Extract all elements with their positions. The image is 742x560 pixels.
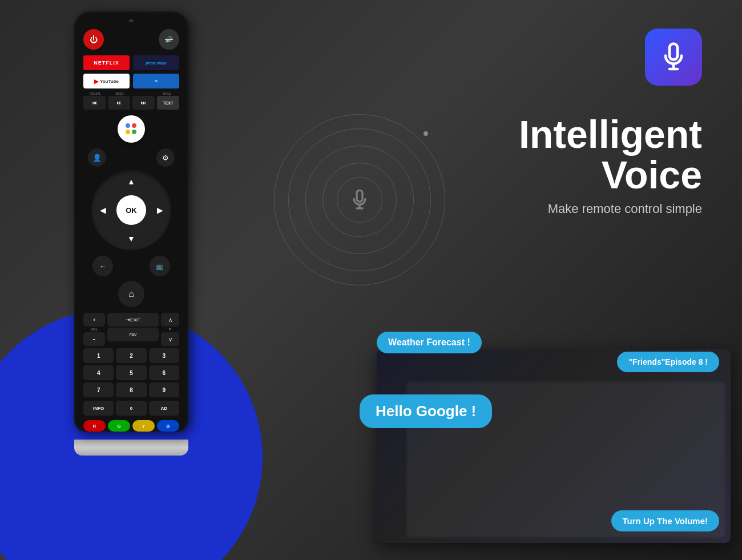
profile-settings-row: 👤 ⚙: [83, 148, 179, 167]
blue-button[interactable]: B: [157, 420, 179, 432]
remote-control: ⏻ 🔊 NETFLIX prime video ▶ YouTube ≡: [74, 11, 200, 456]
ok-button[interactable]: OK: [116, 195, 146, 225]
volume-down-button[interactable]: −: [83, 332, 105, 346]
bubble-friends: "Friends"Episode 8 !: [617, 352, 719, 372]
fav-button[interactable]: FAV: [107, 328, 159, 341]
num7-button[interactable]: 7: [83, 382, 114, 397]
volume-up-button[interactable]: +: [83, 313, 105, 327]
fast-forward-button[interactable]: ⏭: [132, 96, 155, 110]
remote-body: ⏻ 🔊 NETFLIX prime video ▶ YouTube ≡: [74, 11, 188, 432]
info-button[interactable]: INFO: [83, 401, 114, 416]
chat-bubbles: Weather Forecast ! "Friends"Episode 8 ! …: [360, 320, 725, 537]
title-voice: Voice: [519, 155, 702, 195]
exit-fav-controls: ⇥ EXIT FAV: [107, 313, 159, 346]
mute-button[interactable]: 🔊: [159, 29, 179, 50]
p-label: P: [169, 328, 171, 331]
label-row: REVEAL INDEX HOLD: [83, 92, 179, 95]
exit-button[interactable]: ⇥ EXIT: [107, 313, 159, 327]
play-pause-button[interactable]: ⏯: [108, 96, 130, 110]
subtitle: Make remote control simple: [519, 202, 702, 216]
ad-button[interactable]: AD: [149, 401, 179, 416]
num8-button[interactable]: 8: [116, 382, 146, 397]
volume-controls: + VOL −: [83, 313, 105, 346]
num2-button[interactable]: 2: [116, 348, 146, 363]
vol-label: VOL: [91, 328, 98, 331]
dpad-down-button[interactable]: ▼: [124, 232, 138, 245]
channel-controls: ∧ P ∨: [161, 313, 179, 346]
green-button[interactable]: G: [108, 420, 130, 432]
blue-app-button[interactable]: ≡: [133, 74, 179, 88]
power-button[interactable]: ⏻: [83, 29, 104, 50]
bubble-weather: Weather Forecast !: [377, 332, 482, 353]
num5-button[interactable]: 5: [116, 365, 146, 380]
red-button[interactable]: R: [83, 420, 106, 432]
vol-exit-p-section: + VOL − ⇥ EXIT FAV ∧ P ∨: [83, 313, 179, 346]
num9-button[interactable]: 9: [149, 382, 179, 397]
google-dots-icon: [126, 123, 137, 135]
number-pad: 1 2 3 4 5 6 7 8 9: [83, 348, 179, 397]
top-buttons-row: ⏻ 🔊: [83, 29, 179, 50]
dpad-right-button[interactable]: ▶: [153, 203, 167, 217]
remote-base: [74, 440, 188, 456]
num4-button[interactable]: 4: [83, 365, 114, 380]
sonic-dot: [424, 131, 428, 136]
num6-button[interactable]: 6: [149, 365, 179, 380]
dpad: ▲ ▼ ◀ ▶ OK: [91, 170, 171, 250]
back-button[interactable]: ←: [92, 256, 113, 276]
title-block: Intelligent Voice Make remote control si…: [519, 114, 702, 216]
bubble-volume: Turn Up The Volume!: [611, 510, 719, 531]
streaming-buttons-row1: NETFLIX prime video: [83, 55, 179, 70]
dpad-up-button[interactable]: ▲: [124, 175, 138, 188]
profile-button[interactable]: 👤: [88, 148, 106, 167]
prime-video-button[interactable]: prime video: [133, 55, 179, 70]
youtube-button[interactable]: ▶ YouTube: [83, 74, 130, 88]
streaming-buttons-row2: ▶ YouTube ≡: [83, 74, 179, 88]
info-zero-ad-row: INFO 0 AD: [83, 401, 179, 416]
sonic-mic-icon: [345, 186, 374, 214]
settings-button[interactable]: ⚙: [156, 148, 175, 167]
title-intelligent: Intelligent: [519, 114, 702, 155]
color-buttons-row: R G Y B: [83, 420, 179, 432]
exit-icon: ⇥: [126, 317, 130, 323]
right-content: Intelligent Voice Make remote control si…: [245, 0, 742, 560]
zero-button[interactable]: 0: [116, 401, 146, 416]
mic-badge: [645, 29, 702, 86]
num3-button[interactable]: 3: [149, 348, 179, 363]
microphone-icon: [658, 41, 689, 73]
channel-down-button[interactable]: ∨: [161, 332, 179, 346]
media-controls-row: ⏮ ⏯ ⏭ TEXT: [83, 96, 179, 110]
camera-dot: [129, 19, 134, 22]
netflix-button[interactable]: NETFLIX: [83, 55, 130, 70]
google-assistant-button[interactable]: [118, 115, 145, 143]
back-tv-row: ← 📺: [83, 256, 179, 276]
home-button[interactable]: ⌂: [118, 281, 144, 307]
text-button[interactable]: TEXT: [157, 96, 179, 110]
rewind-button[interactable]: ⏮: [83, 96, 106, 110]
bubble-hello: Hello Google !: [360, 394, 492, 428]
num1-button[interactable]: 1: [83, 348, 114, 363]
sonic-animation: [274, 114, 445, 285]
tv-button[interactable]: 📺: [150, 256, 170, 276]
dpad-left-button[interactable]: ◀: [96, 203, 110, 217]
yellow-button[interactable]: Y: [132, 420, 155, 432]
channel-up-button[interactable]: ∧: [161, 313, 179, 327]
